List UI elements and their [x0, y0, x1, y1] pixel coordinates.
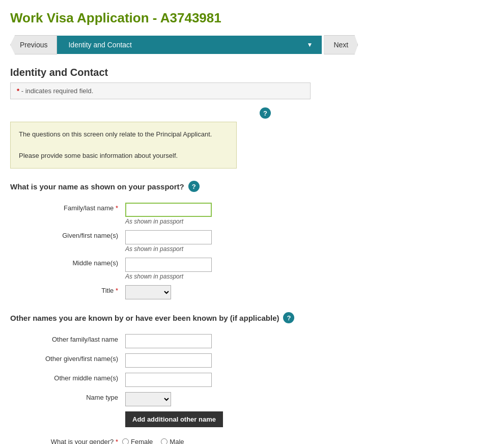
male-radio[interactable] — [161, 438, 167, 444]
dropdown-icon: ▼ — [307, 41, 313, 48]
other-given-first-label: Other given/first name(s) — [10, 351, 122, 370]
middle-name-hint: As shown in passport — [125, 273, 333, 280]
family-last-name-input[interactable] — [125, 203, 212, 217]
help-icon-passport[interactable]: ? — [188, 181, 200, 192]
section-title: Identity and Contact — [10, 67, 494, 78]
female-label: Female — [131, 438, 153, 444]
page-title: Work Visa Application - A3743981 — [10, 10, 494, 26]
middle-name-input[interactable] — [125, 258, 212, 272]
other-middle-row: Other middle name(s) — [10, 370, 336, 390]
other-family-last-row: Other family/last name — [10, 331, 336, 351]
info-line1: The questions on this screen only relate… — [19, 129, 228, 140]
passport-question: What is your name as shown on your passp… — [10, 181, 494, 192]
gender-row: What is your gender? * Female Male — [10, 438, 494, 444]
nav-bar: Previous Identity and Contact ▼ Next — [10, 35, 494, 54]
current-section: Identity and Contact ▼ — [57, 36, 322, 54]
gender-options: Female Male — [122, 438, 184, 444]
other-names-question: Other names you are known by or have eve… — [10, 312, 494, 323]
info-box: The questions on this screen only relate… — [10, 122, 237, 169]
middle-name-row: Middle name(s) As shown in passport — [10, 255, 336, 283]
family-last-name-hint: As shown in passport — [125, 218, 333, 225]
given-first-name-row: Given/first name(s) As shown in passport — [10, 228, 336, 255]
other-family-last-input[interactable] — [125, 334, 212, 348]
other-given-first-row: Other given/first name(s) — [10, 351, 336, 370]
given-first-name-label: Given/first name(s) — [10, 228, 122, 255]
given-first-name-input[interactable] — [125, 230, 212, 244]
required-text: - indicates required field. — [21, 87, 94, 95]
passport-form: Family/last name * As shown in passport … — [10, 200, 336, 302]
other-middle-label: Other middle name(s) — [10, 370, 122, 390]
other-names-form: Other family/last name Other given/first… — [10, 331, 336, 430]
required-notice: * - indicates required field. — [10, 82, 311, 99]
add-other-name-row: Add additional other name — [10, 409, 336, 430]
prev-button[interactable]: Previous — [10, 35, 57, 54]
name-type-select[interactable]: Alias Maiden Nick name — [125, 392, 171, 406]
name-type-label: Name type — [10, 390, 122, 409]
family-last-name-label: Family/last name * — [10, 200, 122, 228]
name-type-row: Name type Alias Maiden Nick name — [10, 390, 336, 409]
female-radio[interactable] — [122, 438, 129, 444]
info-line2: Please provide some basic information ab… — [19, 151, 228, 161]
help-icon-main[interactable]: ? — [260, 107, 271, 119]
help-icon-other-names[interactable]: ? — [283, 312, 294, 323]
required-star: * — [17, 87, 19, 95]
given-first-name-hint: As shown in passport — [125, 245, 333, 253]
other-family-last-label: Other family/last name — [10, 331, 122, 351]
male-label: Male — [170, 438, 184, 444]
other-middle-input[interactable] — [125, 373, 212, 387]
middle-name-label: Middle name(s) — [10, 255, 122, 283]
other-given-first-input[interactable] — [125, 353, 212, 368]
title-row: Title * Mr Mrs Ms Miss Dr — [10, 283, 336, 302]
current-section-label: Identity and Contact — [68, 41, 132, 49]
family-last-name-row: Family/last name * As shown in passport — [10, 200, 336, 228]
title-label: Title * — [10, 283, 122, 302]
add-other-name-button[interactable]: Add additional other name — [125, 411, 223, 427]
male-option[interactable]: Male — [161, 438, 184, 444]
gender-label: What is your gender? * — [10, 438, 122, 444]
title-select[interactable]: Mr Mrs Ms Miss Dr — [125, 285, 171, 299]
next-button[interactable]: Next — [324, 35, 358, 54]
female-option[interactable]: Female — [122, 438, 153, 444]
